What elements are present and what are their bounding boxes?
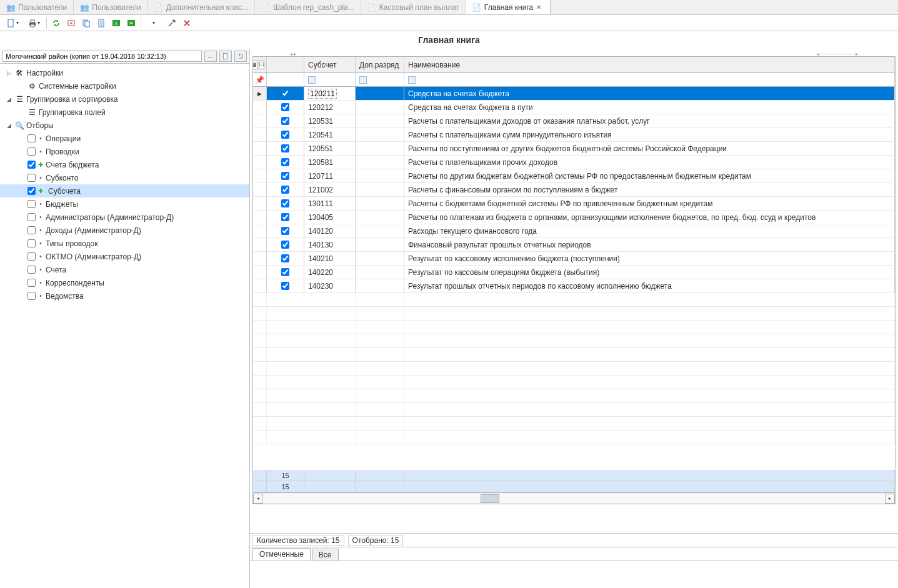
export-button[interactable]: [64, 16, 78, 30]
scroll-track[interactable]: [263, 494, 885, 504]
row-check-cell[interactable]: [267, 266, 304, 279]
filter-box-icon[interactable]: [408, 76, 416, 84]
row-dop[interactable]: [356, 211, 404, 224]
row-check-cell[interactable]: [267, 252, 304, 265]
row-name[interactable]: Расчеты с финансовым органом по поступле…: [404, 183, 895, 196]
tree-node[interactable]: •Субконто: [0, 171, 249, 184]
tab-marked[interactable]: Отмеченные: [252, 548, 311, 561]
table-row[interactable]: 130405Расчеты по платежам из бюджета с о…: [253, 211, 895, 224]
row-name[interactable]: Средства на счетах бюджета: [404, 87, 895, 100]
row-dop[interactable]: [356, 169, 404, 182]
page-button[interactable]: [94, 16, 108, 30]
row-dop[interactable]: [356, 183, 404, 196]
tree-node[interactable]: ▷🛠Настройки: [0, 66, 249, 79]
row-dop[interactable]: [356, 197, 404, 210]
row-checkbox[interactable]: [281, 144, 289, 152]
tree-checkbox[interactable]: [27, 161, 36, 169]
filter-sub[interactable]: [304, 73, 356, 86]
row-name[interactable]: Расчеты по другим бюджетам бюджетной сис…: [404, 169, 895, 182]
tree-node[interactable]: •Операции: [0, 132, 249, 145]
tree-checkbox[interactable]: [27, 134, 36, 142]
horizontal-scrollbar[interactable]: ◂ ▸: [253, 492, 895, 504]
undo-button[interactable]: [234, 51, 247, 62]
table-row[interactable]: ▶120211Средства на счетах бюджета: [253, 87, 895, 101]
row-checkbox[interactable]: [281, 186, 289, 194]
filter-box-icon[interactable]: [359, 76, 367, 84]
row-dop[interactable]: [356, 279, 404, 292]
tree-checkbox[interactable]: [27, 200, 36, 208]
tree-toggle-icon[interactable]: [17, 201, 25, 208]
profile-name-input[interactable]: [2, 51, 202, 62]
row-name[interactable]: Расчеты с плательщиками доходов от оказа…: [404, 114, 895, 127]
row-dop[interactable]: [356, 224, 404, 237]
tree-toggle-icon[interactable]: ◢: [5, 96, 12, 103]
tree-toggle-icon[interactable]: [17, 148, 25, 156]
tree-node[interactable]: ✚Субсчета: [0, 184, 249, 197]
tab-additional-class[interactable]: 📄 Дополнительная клас...: [148, 0, 255, 14]
table-row[interactable]: 120212Средства на счетах бюджета в пути: [253, 101, 895, 114]
row-sub[interactable]: 120551: [304, 142, 356, 155]
row-check-cell[interactable]: [267, 156, 304, 169]
filter-name[interactable]: [404, 73, 895, 86]
column-options[interactable]: ▦ ☐ ▾: [253, 57, 267, 72]
name-column-header[interactable]: Наименование: [404, 57, 895, 72]
tree-node[interactable]: ◢🔍Отборы: [0, 119, 249, 132]
row-sub[interactable]: 120711: [304, 169, 356, 182]
row-checkbox[interactable]: [281, 172, 289, 180]
row-dop[interactable]: [356, 87, 404, 100]
tree-node[interactable]: •Доходы (Администратор-Д): [0, 224, 249, 237]
row-checkbox[interactable]: [281, 131, 289, 139]
row-dop[interactable]: [356, 128, 404, 141]
row-check-cell[interactable]: [267, 197, 304, 210]
row-name[interactable]: Расчеты с плательщиками сумм принудитель…: [404, 128, 895, 141]
excel2-button[interactable]: [124, 16, 138, 30]
row-dop[interactable]: [356, 266, 404, 279]
row-checkbox[interactable]: [281, 254, 289, 262]
tree-toggle-icon[interactable]: ◢: [5, 122, 12, 129]
tree-checkbox[interactable]: [27, 213, 36, 221]
tree-toggle-icon[interactable]: [17, 279, 25, 287]
row-name[interactable]: Результат по кассовому исполнению бюджет…: [404, 252, 895, 265]
tree-toggle-icon[interactable]: [17, 227, 25, 234]
row-sub[interactable]: 140120: [304, 224, 356, 237]
copy-button[interactable]: [79, 16, 93, 30]
tree-toggle-icon[interactable]: [17, 292, 25, 300]
tree-checkbox[interactable]: [27, 292, 36, 300]
row-name[interactable]: Расчеты с плательщиками прочих доходов: [404, 156, 895, 169]
row-check-cell[interactable]: [267, 87, 304, 100]
print-button[interactable]: ▾: [24, 16, 44, 30]
tree-checkbox[interactable]: [27, 174, 36, 182]
delete-button[interactable]: [180, 16, 194, 30]
row-sub[interactable]: 120581: [304, 156, 356, 169]
tree-node[interactable]: ☰Группировка полей: [0, 106, 249, 119]
row-sub[interactable]: 130405: [304, 211, 356, 224]
tab-cash-plan[interactable]: 📄 Кассовый план выплат: [361, 0, 466, 14]
row-sub[interactable]: 140210: [304, 252, 356, 265]
row-sub[interactable]: 130111: [304, 197, 356, 210]
scroll-thumb[interactable]: [481, 494, 499, 503]
row-checkbox[interactable]: [281, 158, 289, 166]
tree-node[interactable]: •Администраторы (Администратор-Д): [0, 211, 249, 224]
row-check-cell[interactable]: [267, 169, 304, 182]
table-row[interactable]: 140120Расходы текущего финансового года: [253, 224, 895, 238]
refresh-button[interactable]: [49, 16, 63, 30]
row-checkbox[interactable]: [281, 117, 289, 125]
row-checkbox[interactable]: [281, 282, 289, 290]
new-profile-button[interactable]: [219, 51, 232, 62]
row-name[interactable]: Расчеты по платежам из бюджета с органам…: [404, 211, 895, 224]
row-sub[interactable]: 121002: [304, 183, 356, 196]
tab-template-rep[interactable]: 📄 Шаблон rep_cash_pla...: [255, 0, 361, 14]
row-dop[interactable]: [356, 114, 404, 127]
table-row[interactable]: 140130Финансовый результат прошлых отчет…: [253, 238, 895, 252]
row-name[interactable]: Расчеты по поступлениям от других бюджет…: [404, 142, 895, 155]
grid-options-icon[interactable]: ▦: [253, 61, 257, 69]
new-doc-button[interactable]: ▾: [2, 16, 22, 30]
table-row[interactable]: 140210Результат по кассовому исполнению …: [253, 252, 895, 266]
row-checkbox[interactable]: [281, 268, 289, 276]
tree-checkbox[interactable]: [27, 147, 36, 156]
tab-all[interactable]: Все: [312, 549, 339, 561]
row-check-cell[interactable]: [267, 101, 304, 114]
tree-checkbox[interactable]: [27, 279, 36, 287]
row-check-cell[interactable]: [267, 114, 304, 127]
row-checkbox[interactable]: [281, 103, 289, 111]
